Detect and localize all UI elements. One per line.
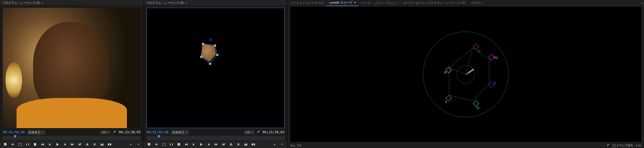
panel-menu-icon[interactable]: ≡: [41, 1, 43, 4]
safe-margin-button[interactable]: [18, 142, 23, 147]
loop-button[interactable]: [221, 142, 226, 147]
export-frame-button[interactable]: [176, 142, 181, 147]
bitdepth-label[interactable]: 8 Bit: [636, 144, 641, 147]
play-button[interactable]: [199, 142, 204, 147]
mask-shape[interactable]: [199, 41, 218, 66]
mask-rotate-handle[interactable]: [209, 39, 212, 41]
scope-label-cy: Cy: [476, 106, 479, 109]
video-content: [147, 8, 284, 128]
comparison-button[interactable]: [107, 142, 112, 147]
add-button[interactable]: +: [280, 142, 284, 147]
svg-rect-4: [110, 144, 111, 146]
video-content: [3, 8, 141, 128]
fit-dropdown[interactable]: 全体表示 ▾: [171, 130, 189, 135]
mask-vertex[interactable]: [216, 54, 218, 56]
scope-label-b: B: [494, 81, 496, 84]
svg-rect-6: [163, 143, 166, 146]
colorspace-label: Rec. 709: [290, 144, 301, 147]
duration-timecode: 00;23;36;03: [263, 130, 284, 134]
in-out-button[interactable]: [25, 142, 30, 147]
current-timecode[interactable]: 00;01;58;08: [147, 130, 168, 134]
mask-vertex[interactable]: [200, 56, 202, 58]
tabs-overflow-icon[interactable]: »: [640, 1, 644, 5]
monitor-info-row: 00;01;58;08 全体表示 ▾ 1/4 ▾ 00;23;36;03: [0, 129, 143, 135]
svg-marker-11: [449, 48, 489, 101]
panel-menu-icon[interactable]: ≡: [185, 1, 187, 4]
step-forward-many-button[interactable]: [70, 142, 75, 147]
overflow-button[interactable]: »: [128, 142, 133, 147]
program-monitor-left: プログラム：シーケンス 02 ≡ 00;01;58;08 全体表示 ▾ 1/4 …: [0, 0, 144, 148]
camera-icon[interactable]: [100, 142, 105, 147]
vectorscope-area[interactable]: RMgBCyGYl: [290, 7, 641, 142]
monitor-area: 00;01;58;08 全体表示 ▾ 1/4 ▾ 00;23;36;03: [0, 6, 143, 148]
lumetri-scopes-panel: エフェクトコントロール Lumetri スコープ ≡ ソース：（クリップなし） …: [288, 0, 644, 148]
chevron-down-icon: ▾: [251, 131, 253, 134]
tab-source[interactable]: ソース：（クリップなし）: [359, 0, 401, 6]
scope-label-g: G: [445, 100, 447, 103]
video-viewport[interactable]: [3, 8, 141, 128]
mask-vertex[interactable]: [202, 43, 204, 45]
scope-label-yl: Yl: [444, 71, 446, 74]
panel-header: プログラム：シーケンス 02 ≡: [0, 0, 143, 6]
resolution-dropdown[interactable]: 1/4 ▾: [100, 130, 110, 134]
program-monitor-center: プログラム：シーケンス 02 ≡ 00;01;58: [144, 0, 288, 148]
camera-icon[interactable]: [243, 142, 248, 147]
in-out-button[interactable]: [169, 142, 174, 147]
panel-title: プログラム：シーケンス 02: [146, 1, 183, 5]
tab-text[interactable]: テキスト: [468, 0, 486, 6]
play-button[interactable]: [55, 142, 60, 147]
step-back-many-button[interactable]: [184, 142, 189, 147]
vectorscope: RMgBCyGYl: [423, 32, 509, 117]
add-marker-button[interactable]: [147, 142, 151, 147]
wrench-icon[interactable]: [113, 130, 117, 134]
add-button[interactable]: +: [136, 142, 141, 147]
transport-controls: » +: [144, 141, 287, 148]
extract-button[interactable]: [92, 142, 97, 147]
tab-effect-controls[interactable]: エフェクトコントロール: [288, 0, 326, 6]
svg-rect-0: [19, 143, 22, 146]
fit-dropdown[interactable]: 全体表示 ▾: [27, 130, 45, 135]
mini-timeline[interactable]: [3, 136, 141, 140]
wrench-icon[interactable]: [257, 130, 260, 134]
svg-marker-5: [201, 44, 217, 64]
svg-point-2: [102, 144, 103, 145]
comparison-button[interactable]: [251, 142, 256, 147]
tab-lumetri-scopes[interactable]: Lumetri スコープ ≡: [326, 0, 359, 6]
svg-line-13: [449, 67, 466, 74]
svg-point-8: [245, 144, 246, 145]
svg-rect-9: [252, 144, 253, 146]
duration-timecode: 00;23;36;03: [119, 130, 141, 134]
tabs-header: エフェクトコントロール Lumetri スコープ ≡ ソース：（クリップなし） …: [288, 0, 644, 6]
tab-audio-mixer[interactable]: オーディオクリップミキサー：シーケンス 02: [401, 0, 468, 6]
export-frame-button[interactable]: [33, 142, 38, 147]
scope-label-r: R: [478, 50, 480, 53]
mask-vertex[interactable]: [214, 45, 216, 46]
lift-button[interactable]: [85, 142, 90, 147]
scope-label-mg: Mg: [494, 56, 498, 59]
safe-margin-button[interactable]: [161, 142, 166, 147]
monitor-area: 00;01;58;08 全体表示 ▾ 1/4 ▾ 00;23;36;03: [144, 6, 287, 148]
scope-settings-icon[interactable]: [606, 144, 610, 147]
step-back-button[interactable]: [191, 142, 196, 147]
add-marker-button[interactable]: [3, 142, 8, 147]
step-forward-button[interactable]: [62, 142, 67, 147]
mask-vertex[interactable]: [209, 63, 211, 65]
step-forward-button[interactable]: [206, 142, 211, 147]
mini-timeline[interactable]: [147, 136, 284, 140]
extract-button[interactable]: [236, 142, 241, 147]
loop-button[interactable]: [77, 142, 82, 147]
video-viewport[interactable]: [147, 8, 284, 128]
marker-nav-button[interactable]: [154, 142, 159, 147]
overflow-button[interactable]: »: [272, 142, 277, 147]
panel-menu-icon[interactable]: ≡: [354, 1, 356, 4]
marker-nav-button[interactable]: [10, 142, 15, 147]
step-forward-many-button[interactable]: [214, 142, 219, 147]
step-back-many-button[interactable]: [40, 142, 45, 147]
resolution-dropdown[interactable]: 1/4 ▾: [244, 130, 254, 134]
clamp-signal-checkbox[interactable]: ✓ クランプ信号: [613, 144, 633, 147]
scope-footer: Rec. 709 ✓ クランプ信号 8 Bit: [288, 143, 644, 148]
current-timecode[interactable]: 00;01;58;08: [3, 130, 25, 134]
step-back-button[interactable]: [47, 142, 52, 147]
lift-button[interactable]: [228, 142, 233, 147]
chevron-down-icon: ▾: [186, 131, 187, 134]
